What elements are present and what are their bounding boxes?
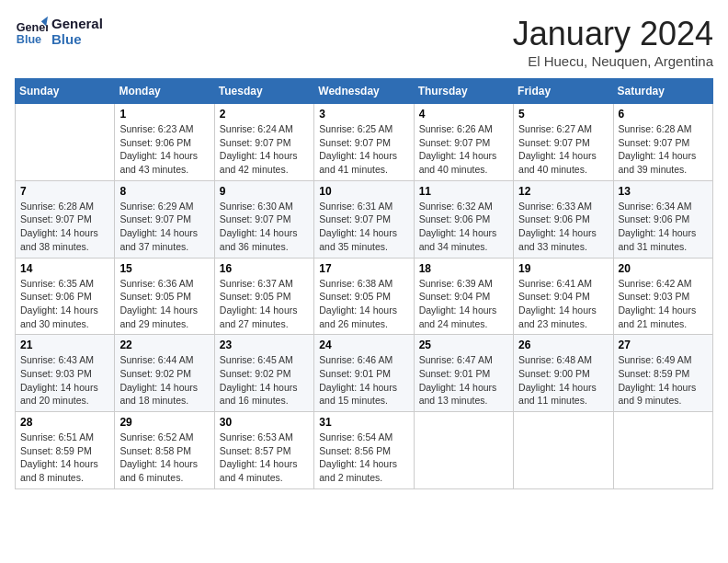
day-number: 26 — [518, 339, 608, 351]
day-info: Sunrise: 6:23 AMSunset: 9:06 PMDaylight:… — [119, 122, 209, 177]
day-info: Sunrise: 6:28 AMSunset: 9:07 PMDaylight:… — [619, 122, 708, 177]
day-info: Sunrise: 6:25 AMSunset: 9:07 PMDaylight:… — [319, 122, 408, 177]
day-number: 17 — [319, 262, 408, 275]
day-number: 22 — [119, 339, 209, 351]
calendar-week-row: 14Sunrise: 6:35 AMSunset: 9:06 PMDayligh… — [16, 258, 713, 335]
weekday-header: Monday — [115, 79, 214, 104]
day-number: 13 — [619, 185, 708, 198]
calendar-cell: 1Sunrise: 6:23 AMSunset: 9:06 PMDaylight… — [115, 104, 214, 181]
day-number: 12 — [518, 185, 608, 198]
day-info: Sunrise: 6:33 AMSunset: 9:06 PMDaylight:… — [518, 200, 608, 254]
calendar-week-row: 28Sunrise: 6:51 AMSunset: 8:59 PMDayligh… — [16, 412, 713, 489]
day-info: Sunrise: 6:27 AMSunset: 9:07 PMDaylight:… — [518, 122, 608, 177]
weekday-header: Thursday — [414, 79, 513, 104]
day-info: Sunrise: 6:42 AMSunset: 9:03 PMDaylight:… — [619, 277, 708, 331]
calendar-cell: 18Sunrise: 6:39 AMSunset: 9:04 PMDayligh… — [414, 258, 513, 335]
calendar-cell: 16Sunrise: 6:37 AMSunset: 9:05 PMDayligh… — [214, 258, 313, 335]
calendar-table: SundayMondayTuesdayWednesdayThursdayFrid… — [15, 78, 713, 489]
day-info: Sunrise: 6:44 AMSunset: 9:02 PMDaylight:… — [119, 353, 209, 408]
day-number: 8 — [119, 185, 209, 198]
calendar-cell: 23Sunrise: 6:45 AMSunset: 9:02 PMDayligh… — [214, 335, 313, 412]
day-info: Sunrise: 6:52 AMSunset: 8:58 PMDaylight:… — [119, 431, 209, 485]
weekday-header: Saturday — [613, 79, 712, 104]
calendar-cell: 4Sunrise: 6:26 AMSunset: 9:07 PMDaylight… — [414, 104, 513, 181]
day-number: 25 — [419, 339, 508, 351]
day-info: Sunrise: 6:53 AMSunset: 8:57 PMDaylight:… — [220, 431, 309, 485]
calendar-week-row: 7Sunrise: 6:28 AMSunset: 9:07 PMDaylight… — [16, 180, 713, 258]
calendar-cell: 24Sunrise: 6:46 AMSunset: 9:01 PMDayligh… — [314, 335, 414, 412]
day-info: Sunrise: 6:35 AMSunset: 9:06 PMDaylight:… — [20, 277, 109, 331]
day-info: Sunrise: 6:31 AMSunset: 9:07 PMDaylight:… — [319, 200, 408, 254]
calendar-cell: 8Sunrise: 6:29 AMSunset: 9:07 PMDaylight… — [115, 180, 214, 258]
day-info: Sunrise: 6:46 AMSunset: 9:01 PMDaylight:… — [319, 353, 408, 408]
day-number: 3 — [319, 108, 408, 121]
day-number: 11 — [419, 185, 508, 198]
day-info: Sunrise: 6:29 AMSunset: 9:07 PMDaylight:… — [119, 200, 209, 254]
calendar-cell: 6Sunrise: 6:28 AMSunset: 9:07 PMDaylight… — [613, 104, 712, 181]
day-number: 10 — [319, 185, 408, 198]
day-number: 31 — [319, 416, 408, 429]
weekday-header: Wednesday — [314, 79, 414, 104]
calendar-cell: 17Sunrise: 6:38 AMSunset: 9:05 PMDayligh… — [314, 258, 414, 335]
day-info: Sunrise: 6:41 AMSunset: 9:04 PMDaylight:… — [518, 277, 608, 331]
calendar-cell: 10Sunrise: 6:31 AMSunset: 9:07 PMDayligh… — [314, 180, 414, 258]
day-info: Sunrise: 6:48 AMSunset: 9:00 PMDaylight:… — [518, 353, 608, 408]
calendar-cell: 3Sunrise: 6:25 AMSunset: 9:07 PMDaylight… — [314, 104, 414, 181]
calendar-header-row: SundayMondayTuesdayWednesdayThursdayFrid… — [16, 79, 713, 104]
location: El Huecu, Neuquen, Argentina — [513, 53, 713, 69]
day-number: 2 — [220, 108, 309, 121]
day-info: Sunrise: 6:28 AMSunset: 9:07 PMDaylight:… — [20, 200, 109, 254]
calendar-cell: 28Sunrise: 6:51 AMSunset: 8:59 PMDayligh… — [16, 412, 115, 489]
day-number: 20 — [619, 262, 708, 275]
calendar-week-row: 1Sunrise: 6:23 AMSunset: 9:06 PMDaylight… — [16, 104, 713, 181]
calendar-cell: 11Sunrise: 6:32 AMSunset: 9:06 PMDayligh… — [414, 180, 513, 258]
calendar-cell: 20Sunrise: 6:42 AMSunset: 9:03 PMDayligh… — [613, 258, 712, 335]
day-number: 18 — [419, 262, 508, 275]
day-number: 28 — [20, 416, 109, 429]
day-number: 21 — [20, 339, 109, 351]
calendar-cell: 13Sunrise: 6:34 AMSunset: 9:06 PMDayligh… — [613, 180, 712, 258]
calendar-cell — [514, 412, 613, 489]
day-number: 1 — [119, 108, 209, 121]
calendar-cell: 14Sunrise: 6:35 AMSunset: 9:06 PMDayligh… — [16, 258, 115, 335]
weekday-header: Sunday — [16, 79, 115, 104]
day-info: Sunrise: 6:51 AMSunset: 8:59 PMDaylight:… — [20, 431, 109, 485]
day-number: 9 — [220, 185, 309, 198]
calendar-week-row: 21Sunrise: 6:43 AMSunset: 9:03 PMDayligh… — [16, 335, 713, 412]
calendar-cell: 12Sunrise: 6:33 AMSunset: 9:06 PMDayligh… — [514, 180, 613, 258]
day-info: Sunrise: 6:34 AMSunset: 9:06 PMDaylight:… — [619, 200, 708, 254]
day-number: 30 — [220, 416, 309, 429]
logo-blue: Blue — [51, 31, 103, 47]
calendar-cell — [414, 412, 513, 489]
calendar-cell: 29Sunrise: 6:52 AMSunset: 8:58 PMDayligh… — [115, 412, 214, 489]
calendar-cell: 30Sunrise: 6:53 AMSunset: 8:57 PMDayligh… — [214, 412, 313, 489]
day-info: Sunrise: 6:54 AMSunset: 8:56 PMDaylight:… — [319, 431, 408, 485]
calendar-cell: 2Sunrise: 6:24 AMSunset: 9:07 PMDaylight… — [214, 104, 313, 181]
logo: General Blue General Blue — [15, 15, 103, 48]
calendar-cell: 25Sunrise: 6:47 AMSunset: 9:01 PMDayligh… — [414, 335, 513, 412]
day-info: Sunrise: 6:38 AMSunset: 9:05 PMDaylight:… — [319, 277, 408, 331]
weekday-header: Friday — [514, 79, 613, 104]
calendar-cell: 5Sunrise: 6:27 AMSunset: 9:07 PMDaylight… — [514, 104, 613, 181]
calendar-cell — [16, 104, 115, 181]
day-number: 5 — [518, 108, 608, 121]
calendar-cell: 26Sunrise: 6:48 AMSunset: 9:00 PMDayligh… — [514, 335, 613, 412]
day-info: Sunrise: 6:24 AMSunset: 9:07 PMDaylight:… — [220, 122, 309, 177]
calendar-cell: 7Sunrise: 6:28 AMSunset: 9:07 PMDaylight… — [16, 180, 115, 258]
month-title: January 2024 — [513, 15, 713, 53]
day-info: Sunrise: 6:30 AMSunset: 9:07 PMDaylight:… — [220, 200, 309, 254]
day-number: 23 — [220, 339, 309, 351]
calendar-cell: 21Sunrise: 6:43 AMSunset: 9:03 PMDayligh… — [16, 335, 115, 412]
title-block: January 2024 El Huecu, Neuquen, Argentin… — [513, 15, 713, 69]
calendar-cell: 22Sunrise: 6:44 AMSunset: 9:02 PMDayligh… — [115, 335, 214, 412]
day-info: Sunrise: 6:36 AMSunset: 9:05 PMDaylight:… — [119, 277, 209, 331]
svg-text:Blue: Blue — [17, 33, 41, 46]
day-number: 7 — [20, 185, 109, 198]
calendar-cell: 27Sunrise: 6:49 AMSunset: 8:59 PMDayligh… — [613, 335, 712, 412]
calendar-cell: 19Sunrise: 6:41 AMSunset: 9:04 PMDayligh… — [514, 258, 613, 335]
day-number: 6 — [619, 108, 708, 121]
day-number: 24 — [319, 339, 408, 351]
day-info: Sunrise: 6:37 AMSunset: 9:05 PMDaylight:… — [220, 277, 309, 331]
day-number: 15 — [119, 262, 209, 275]
calendar-cell: 15Sunrise: 6:36 AMSunset: 9:05 PMDayligh… — [115, 258, 214, 335]
